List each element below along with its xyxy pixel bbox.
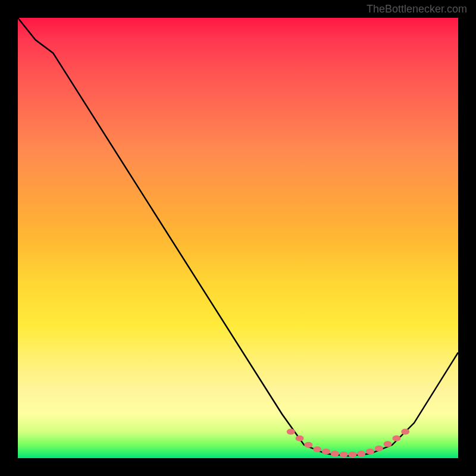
svg-point-5 (331, 451, 339, 457)
svg-point-3 (313, 446, 321, 452)
svg-point-1 (296, 436, 304, 441)
svg-point-13 (401, 429, 409, 435)
curve-line (18, 18, 458, 456)
svg-point-11 (384, 441, 392, 447)
svg-point-10 (375, 446, 383, 452)
attribution-text: TheBottlenecker.com (367, 3, 467, 15)
svg-point-2 (304, 442, 312, 448)
svg-point-12 (392, 436, 400, 441)
svg-point-4 (322, 449, 330, 455)
svg-point-8 (357, 451, 365, 457)
data-markers (287, 429, 409, 458)
svg-point-7 (348, 452, 356, 458)
chart-area (18, 18, 458, 458)
svg-point-6 (340, 452, 348, 458)
chart-svg (18, 18, 458, 458)
svg-point-0 (287, 429, 295, 435)
svg-point-9 (366, 449, 374, 455)
